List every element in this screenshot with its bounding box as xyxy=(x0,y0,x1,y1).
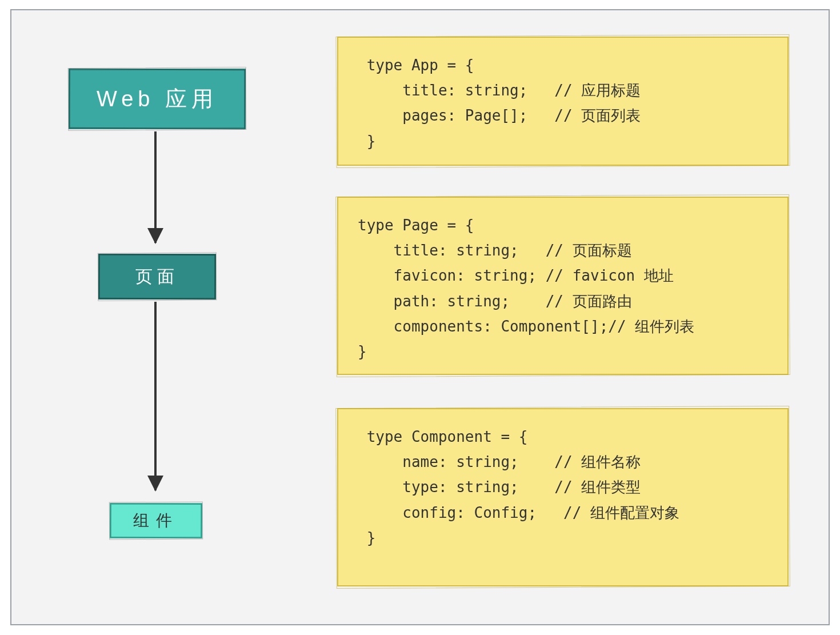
node-page-label: 页面 xyxy=(135,265,179,289)
node-component: 组件 xyxy=(110,503,202,538)
node-component-label: 组件 xyxy=(133,510,179,532)
diagram-frame: Web 应用 页面 组件 type App = { title: string;… xyxy=(10,9,830,625)
code-card-app: type App = { title: string; // 应用标题 page… xyxy=(337,37,789,166)
code-app: type App = { title: string; // 应用标题 page… xyxy=(358,57,641,150)
code-card-page: type Page = { title: string; // 页面标题 fav… xyxy=(337,197,789,375)
arrow-app-to-page xyxy=(154,131,157,243)
node-app: Web 应用 xyxy=(69,69,246,129)
code-component: type Component = { name: string; // 组件名称… xyxy=(358,428,679,546)
node-page: 页面 xyxy=(98,254,216,299)
code-page: type Page = { title: string; // 页面标题 fav… xyxy=(358,217,694,360)
arrow-page-to-component xyxy=(154,302,157,490)
node-app-label: Web 应用 xyxy=(97,85,218,114)
code-card-component: type Component = { name: string; // 组件名称… xyxy=(337,408,789,586)
